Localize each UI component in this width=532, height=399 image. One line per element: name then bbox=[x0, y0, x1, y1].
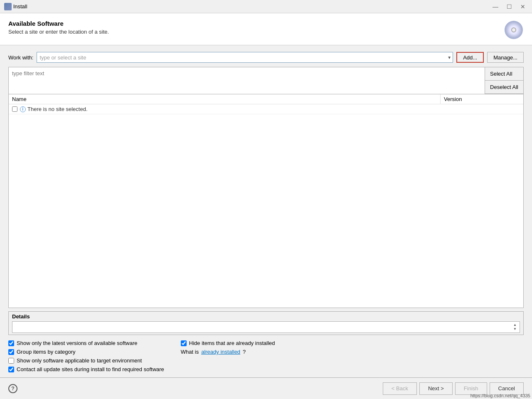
restore-button[interactable]: ☐ bbox=[504, 2, 515, 11]
contact-sites-checkbox[interactable] bbox=[8, 367, 14, 372]
table-row: i There is no site selected. bbox=[9, 104, 523, 114]
cd-graphic bbox=[505, 21, 523, 39]
spinner-up-icon[interactable]: ▲ bbox=[512, 323, 518, 327]
filter-and-buttons-row: Select All Deselect All bbox=[9, 67, 523, 94]
next-button[interactable]: Next > bbox=[419, 382, 453, 395]
what-is-row: What is already installed ? bbox=[181, 349, 275, 355]
contact-sites-label[interactable]: Contact all update sites during install … bbox=[17, 366, 164, 372]
software-panel: Select All Deselect All Name Version i T… bbox=[8, 67, 524, 308]
add-button[interactable]: Add... bbox=[456, 52, 484, 63]
hide-installed-label[interactable]: Hide items that are already installed bbox=[189, 340, 275, 346]
back-button[interactable]: < Back bbox=[383, 382, 417, 395]
option-hide-installed: Hide items that are already installed bbox=[181, 340, 275, 346]
already-installed-link[interactable]: already installed bbox=[201, 349, 240, 355]
minimize-button[interactable]: — bbox=[490, 2, 501, 11]
deselect-all-button[interactable]: Deselect All bbox=[485, 81, 523, 94]
header-subtitle: Select a site or enter the location of a… bbox=[8, 29, 109, 35]
show-applicable-checkbox[interactable] bbox=[8, 358, 14, 364]
col-name-header: Name bbox=[9, 94, 440, 104]
no-site-message: There is no site selected. bbox=[27, 106, 88, 112]
info-icon: i bbox=[20, 106, 26, 112]
options-columns: Show only the latest versions of availab… bbox=[8, 340, 524, 372]
manage-button[interactable]: Manage... bbox=[487, 52, 524, 63]
group-category-checkbox[interactable] bbox=[8, 349, 14, 355]
details-section: Details ▲ ▼ bbox=[8, 311, 524, 335]
close-button[interactable]: ✕ bbox=[518, 2, 528, 11]
hide-installed-checkbox[interactable] bbox=[181, 340, 187, 346]
filter-input[interactable] bbox=[9, 67, 485, 79]
option-group-category: Group items by category bbox=[8, 349, 164, 355]
app-icon bbox=[4, 3, 12, 10]
header-title: Available Software bbox=[8, 20, 109, 27]
dialog-content: Work with: type or select a site ▼ Add..… bbox=[0, 45, 532, 335]
what-is-label: What is bbox=[181, 349, 199, 355]
help-icon[interactable]: ? bbox=[8, 384, 17, 393]
cd-hole bbox=[511, 27, 516, 32]
work-with-label: Work with: bbox=[8, 54, 33, 61]
software-table: i There is no site selected. bbox=[9, 104, 523, 308]
site-select-wrapper: type or select a site ▼ bbox=[37, 52, 453, 63]
option-contact-sites: Contact all update sites during install … bbox=[8, 366, 164, 372]
no-site-checkbox[interactable] bbox=[12, 106, 17, 112]
options-section: Show only the latest versions of availab… bbox=[0, 335, 532, 377]
show-applicable-label[interactable]: Show only software applicable to target … bbox=[17, 357, 142, 364]
spinner-down-icon[interactable]: ▼ bbox=[512, 327, 518, 331]
status-bar: https://blog.csdn.net/qq_4335 bbox=[469, 392, 532, 399]
side-buttons: Select All Deselect All bbox=[485, 67, 523, 94]
group-category-label[interactable]: Group items by category bbox=[17, 349, 76, 355]
show-latest-checkbox[interactable] bbox=[8, 340, 14, 346]
details-label: Details bbox=[12, 313, 520, 320]
install-dialog: Available Software Select a site or ente… bbox=[0, 13, 532, 399]
work-with-row: Work with: type or select a site ▼ Add..… bbox=[8, 52, 524, 63]
install-icon bbox=[504, 20, 524, 40]
window-title: Install bbox=[13, 3, 490, 10]
options-left-col: Show only the latest versions of availab… bbox=[8, 340, 164, 372]
site-select[interactable]: type or select a site bbox=[37, 52, 453, 63]
header-text: Available Software Select a site or ente… bbox=[8, 20, 109, 35]
button-bar: ? < Back Next > Finish Cancel bbox=[0, 377, 532, 399]
what-is-suffix: ? bbox=[243, 349, 246, 355]
option-show-applicable: Show only software applicable to target … bbox=[8, 357, 164, 364]
window-controls: — ☐ ✕ bbox=[490, 2, 528, 11]
table-header: Name Version bbox=[9, 94, 523, 104]
options-right-col: Hide items that are already installed Wh… bbox=[181, 340, 275, 372]
col-version-header: Version bbox=[440, 94, 523, 104]
show-latest-label[interactable]: Show only the latest versions of availab… bbox=[17, 340, 138, 346]
dialog-header: Available Software Select a site or ente… bbox=[0, 13, 532, 45]
title-bar: Install — ☐ ✕ bbox=[0, 0, 532, 13]
option-show-latest: Show only the latest versions of availab… bbox=[8, 340, 164, 346]
details-spinner: ▲ ▼ bbox=[12, 321, 520, 333]
select-all-button[interactable]: Select All bbox=[485, 67, 523, 81]
spinner-arrows: ▲ ▼ bbox=[512, 323, 518, 331]
